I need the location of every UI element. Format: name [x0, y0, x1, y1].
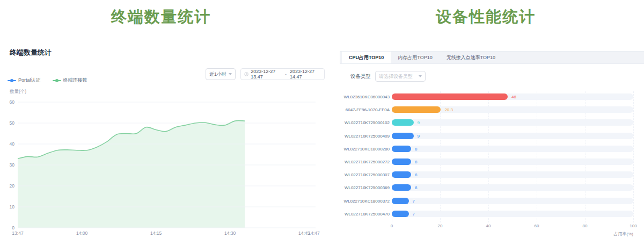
y-tick-label: 10 [10, 204, 15, 210]
y-axis-title: 数量(个) [10, 89, 26, 94]
x-tick-label: 14:30 [224, 230, 236, 236]
device-name-label: WL022710K725000470 [340, 212, 390, 217]
x-tick-label: 60 [529, 224, 545, 228]
cpu-top10-bar-chart: 020406080100 WL023610KC06000043 48 6047-… [340, 0, 644, 245]
x-tick-label: 20 [432, 224, 448, 228]
y-tick-label: 30 [10, 162, 15, 168]
bar-row: WL022710K725000102 9 [340, 119, 644, 126]
bar-row: WL022710K725000470 7 [340, 211, 644, 217]
bar-row: WL022710KC18000372 7 [340, 198, 644, 204]
x-tick-label: 13:47 [12, 230, 24, 236]
x-tick-label: 0 [384, 224, 400, 228]
bar[interactable] [392, 119, 414, 126]
bar-value-label: 7 [413, 199, 415, 204]
bar-row: WL022710KC18000280 8 [340, 146, 644, 152]
bar-track [392, 211, 633, 217]
device-name-label: WL022710K725000409 [340, 134, 390, 139]
bar-track [392, 184, 633, 191]
bar[interactable] [392, 93, 508, 100]
terminal-count-area-chart: 010203040506013:4714:0014:1514:3014:4514… [0, 0, 327, 245]
dashboard: 终端数量统计 设备性能统计 终端数量统计 近1小时 2023-12-27 13:… [0, 0, 644, 245]
device-name-label: WL022710K725000272 [340, 160, 390, 164]
x-tick-label: 100 [625, 224, 641, 228]
bar-value-label: 20.3 [444, 107, 453, 112]
y-tick-label: 0 [12, 225, 14, 230]
device-name-label: WL022710K725000307 [340, 172, 390, 177]
x-tick-label: 14:00 [76, 230, 88, 236]
bar[interactable] [392, 146, 411, 152]
bar-row: WL022710K725000409 9 [340, 133, 644, 139]
x-tick-label: 14:47 [308, 230, 320, 236]
device-name-label: WL022710KC18000280 [340, 147, 390, 152]
bar[interactable] [392, 171, 411, 178]
device-name-label: WL023610KC06000043 [340, 95, 390, 99]
bar-value-label: 7 [413, 212, 415, 217]
device-name-label: WL022710KC18000372 [340, 199, 390, 204]
bar-value-label: 8 [415, 185, 417, 190]
device-performance-card: CPU占用TOP10 内存占用TOP10 无线接入点速率TOP10 设备类型 请… [340, 0, 644, 245]
bar-track [392, 171, 633, 178]
bar[interactable] [392, 198, 409, 204]
bar[interactable] [392, 133, 414, 139]
x-tick-label: 40 [480, 224, 496, 228]
bar[interactable] [392, 184, 411, 191]
bar-track [392, 198, 633, 204]
bar-row: 6047-FF96-1070-EF0A 20.3 [340, 106, 644, 113]
x-tick-label: 80 [577, 224, 593, 228]
bar-value-label: 8 [415, 160, 417, 164]
y-tick-label: 20 [10, 183, 15, 189]
bar-row: WL022710K725000307 8 [340, 171, 644, 178]
bar[interactable] [392, 106, 441, 113]
bar-value-label: 9 [418, 134, 420, 139]
bar-track [392, 133, 633, 139]
x-axis-unit-label: 占用率(%) [614, 231, 633, 237]
y-tick-label: 40 [10, 141, 15, 147]
bar-track [392, 146, 633, 152]
bar-value-label: 8 [415, 172, 417, 177]
bar-value-label: 48 [511, 95, 516, 99]
y-tick-label: 50 [10, 120, 15, 126]
device-name-label: 6047-FF96-1070-EF0A [340, 107, 390, 112]
x-tick-label: 14:15 [150, 230, 162, 236]
bar[interactable] [392, 211, 409, 217]
bar-value-label: 8 [415, 147, 417, 152]
bar-row: WL023610KC06000043 48 [340, 93, 644, 100]
bar-track [392, 119, 633, 126]
bar[interactable] [392, 158, 411, 165]
bar-value-label: 9 [418, 120, 420, 125]
bar-row: WL022710K725000369 8 [340, 184, 644, 191]
series-area-fill [18, 121, 245, 228]
device-name-label: WL022710K725000102 [340, 120, 390, 125]
device-name-label: WL022710K725000369 [340, 185, 390, 190]
y-tick-label: 60 [10, 99, 15, 105]
bar-track [392, 158, 633, 165]
bar-row: WL022710K725000272 8 [340, 158, 644, 165]
